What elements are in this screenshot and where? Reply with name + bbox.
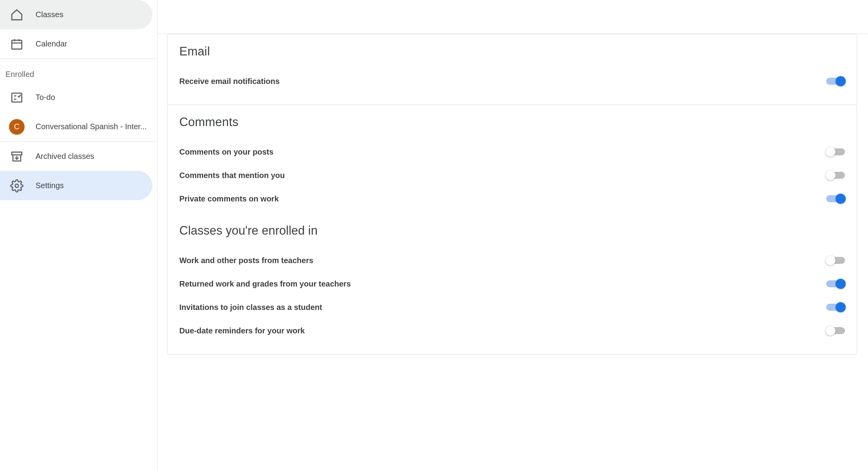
toggle-comments-mention[interactable] — [826, 172, 845, 179]
sidebar-item-todo[interactable]: To-do — [0, 83, 152, 112]
todo-icon — [10, 91, 23, 104]
class-avatar: C — [9, 119, 25, 135]
svg-rect-7 — [12, 152, 22, 155]
sidebar-item-label: Classes — [36, 10, 68, 19]
svg-rect-0 — [12, 40, 22, 49]
sidebar-item-label: To-do — [36, 93, 60, 102]
sidebar-item-label: Calendar — [36, 39, 72, 48]
sidebar-item-archived[interactable]: Archived classes — [0, 142, 152, 171]
section-title-comments: Comments — [179, 115, 845, 129]
setting-label: Work and other posts from teachers — [179, 256, 313, 265]
setting-label: Comments that mention you — [179, 171, 285, 180]
setting-label: Invitations to join classes as a student — [179, 303, 322, 312]
setting-label: Receive email notifications — [179, 77, 280, 86]
toggle-comments-posts[interactable] — [826, 148, 845, 155]
row-enrolled-returned: Returned work and grades from your teach… — [179, 272, 845, 296]
sidebar-item-settings[interactable]: Settings — [0, 171, 152, 200]
section-title-enrolled: Classes you're enrolled in — [179, 224, 845, 238]
row-enrolled-work: Work and other posts from teachers — [179, 249, 845, 272]
sidebar-item-label: Archived classes — [36, 152, 99, 161]
sidebar-item-label: Conversational Spanish - Inter... — [36, 122, 152, 131]
toggle-enrolled-work[interactable] — [826, 257, 845, 264]
setting-label: Private comments on work — [179, 194, 279, 203]
sidebar-item-calendar[interactable]: Calendar — [0, 29, 152, 59]
toggle-enrolled-duedate[interactable] — [826, 327, 845, 334]
gear-icon — [10, 179, 23, 192]
section-email: Email Receive email notifications — [168, 34, 857, 105]
setting-label: Comments on your posts — [179, 148, 273, 157]
row-enrolled-invites: Invitations to join classes as a student — [179, 296, 845, 319]
setting-label: Due-date reminders for your work — [179, 326, 305, 335]
topbar — [157, 0, 868, 34]
toggle-receive-email[interactable] — [826, 78, 845, 85]
row-receive-email: Receive email notifications — [179, 69, 845, 93]
row-comments-posts: Comments on your posts — [179, 140, 845, 164]
sidebar: Classes Calendar Enrolled To-do C Conver… — [0, 0, 157, 470]
calendar-icon — [10, 37, 23, 51]
svg-point-9 — [15, 184, 19, 187]
section-comments: Comments Comments on your posts Comments… — [168, 105, 857, 354]
sidebar-item-label: Settings — [36, 181, 68, 190]
toggle-enrolled-returned[interactable] — [826, 280, 845, 287]
home-icon — [10, 8, 23, 21]
row-comments-mention: Comments that mention you — [179, 164, 845, 187]
settings-card: Email Receive email notifications Commen… — [167, 34, 857, 354]
toggle-enrolled-invites[interactable] — [826, 304, 845, 311]
content-scroll[interactable]: Email Receive email notifications Commen… — [157, 34, 868, 470]
toggle-comments-private[interactable] — [826, 195, 845, 202]
setting-label: Returned work and grades from your teach… — [179, 280, 351, 288]
svg-rect-4 — [12, 93, 22, 102]
row-enrolled-duedate: Due-date reminders for your work — [179, 319, 845, 342]
section-title-email: Email — [179, 45, 845, 59]
sidebar-section-enrolled: Enrolled — [0, 59, 157, 83]
sidebar-item-classes[interactable]: Classes — [0, 0, 152, 29]
archive-icon — [10, 150, 23, 163]
row-comments-private: Private comments on work — [179, 187, 845, 210]
main-content: Email Receive email notifications Commen… — [157, 0, 868, 470]
sidebar-item-class[interactable]: C Conversational Spanish - Inter... — [0, 112, 152, 141]
